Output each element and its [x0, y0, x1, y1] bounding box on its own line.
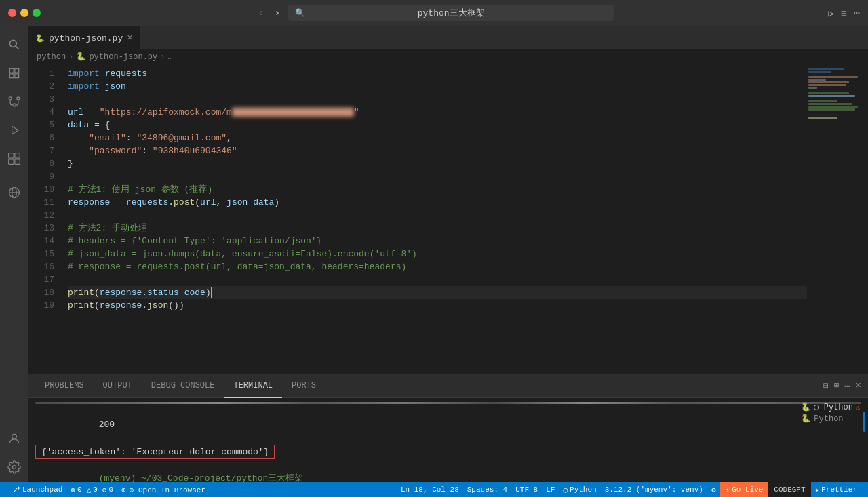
activity-icon-git[interactable]	[1, 88, 28, 115]
minimap	[807, 64, 868, 374]
warning-icon: △	[87, 485, 92, 494]
activity-icon-extensions[interactable]	[1, 145, 28, 172]
panel-split-icon[interactable]: ⊞	[834, 380, 839, 392]
code-line-10: # 方法1: 使用 json 参数 (推荐)	[68, 183, 807, 196]
panel-more-icon[interactable]: ⋯	[844, 380, 850, 392]
search-text: python三大框架	[418, 7, 485, 19]
maximize-button[interactable]	[33, 9, 41, 17]
status-language[interactable]: ◯ Python	[559, 482, 600, 497]
code-line-14: # headers = {'Content-Type': 'applicatio…	[68, 235, 807, 247]
status-line-ending[interactable]: LF	[542, 482, 559, 497]
status-right: Ln 18, Col 28 Spaces: 4 UTF-8 LF ◯ Pytho…	[397, 482, 861, 497]
svg-rect-4	[9, 74, 14, 78]
activity-bar	[0, 26, 28, 482]
terminal-output-status: 200	[35, 407, 861, 443]
panel-layout-icon[interactable]: ⊟	[823, 380, 829, 392]
settings-icon: ⚙	[711, 485, 716, 494]
back-arrow[interactable]: ‹	[255, 6, 266, 20]
title-bar-left	[8, 9, 41, 17]
forward-arrow[interactable]: ›	[272, 6, 283, 20]
error-count: 0	[77, 485, 82, 494]
open-browser-icon: ⊕	[121, 485, 126, 494]
source-control-icon: ⎇	[11, 485, 20, 495]
svg-line-1	[16, 46, 19, 49]
panel-tab-debug[interactable]: DEBUG CONSOLE	[142, 374, 224, 398]
code-line-1: import requests	[68, 67, 807, 80]
breadcrumb-file[interactable]: 🐍 python-json.py	[76, 52, 157, 62]
breadcrumb-symbol[interactable]: …	[167, 52, 172, 62]
code-line-2: import json	[68, 80, 807, 93]
code-line-19: print(response.json())	[68, 299, 807, 312]
code-line-11: response = requests.post(url, json=data)	[68, 196, 807, 209]
svg-rect-13	[15, 159, 20, 165]
svg-point-7	[17, 97, 20, 100]
more-actions[interactable]: ⋯	[853, 6, 860, 20]
activity-icon-account[interactable]	[1, 425, 28, 452]
breadcrumb-sep-1: ›	[68, 52, 73, 62]
minimize-button[interactable]	[20, 9, 28, 17]
split-editor[interactable]: ⊟	[841, 7, 846, 19]
line-numbers: 12345 678910 1112131415 16171819	[28, 64, 62, 374]
status-errors[interactable]: ⊗ 0 △ 0 ⊘ 0	[66, 482, 117, 497]
status-bar: ⎇ Launchpad ⊗ 0 △ 0 ⊘ 0 ⊕ ⊕ Open In Brow…	[0, 482, 868, 497]
close-button[interactable]	[8, 9, 16, 17]
activity-icon-settings[interactable]	[1, 454, 28, 481]
main-layout: 🐍 python-json.py × python › 🐍 python-jso…	[0, 26, 868, 482]
status-source-control[interactable]: ⎇ Launchpad	[7, 482, 66, 497]
activity-icon-debug[interactable]	[1, 117, 28, 144]
scrollbar-indicator	[863, 412, 865, 432]
terminal-color-bar	[35, 402, 861, 404]
svg-rect-2	[9, 68, 14, 73]
code-line-7: "password": "938h40u6904346"	[68, 144, 807, 157]
panel-tab-problems[interactable]: PROBLEMS	[35, 374, 94, 398]
status-encoding[interactable]: UTF-8	[511, 482, 542, 497]
status-prettier[interactable]: ✦ Prettier	[811, 482, 861, 497]
editor-area: 🐍 python-json.py × python › 🐍 python-jso…	[28, 26, 868, 482]
code-line-5: data = {	[68, 119, 807, 132]
activity-icon-remote[interactable]	[1, 179, 28, 206]
panel-content[interactable]: 🐍 ◯ Python ⚠ 🐍 Python 200	[28, 398, 868, 482]
activity-icon-search[interactable]	[1, 31, 28, 58]
code-lines[interactable]: import requests import json url = "https…	[62, 64, 807, 374]
search-bar[interactable]: 🔍 python三大框架	[288, 5, 614, 21]
activity-icon-explorer[interactable]	[1, 60, 28, 87]
panel-tab-terminal[interactable]: TERMINAL	[224, 374, 282, 398]
status-settings[interactable]: ⚙	[707, 482, 720, 497]
code-editor[interactable]: 12345 678910 1112131415 16171819 import …	[28, 64, 868, 374]
panel-close-icon[interactable]: ×	[856, 380, 861, 392]
status-position[interactable]: Ln 18, Col 28	[397, 482, 463, 497]
code-line-3	[68, 93, 807, 106]
code-line-18: print(response.status_code)	[68, 286, 807, 299]
panel-tab-ports[interactable]: PORTS	[282, 374, 326, 398]
traffic-lights	[8, 9, 41, 17]
svg-rect-10	[9, 153, 14, 159]
panel: PROBLEMS OUTPUT DEBUG CONSOLE TERMINAL P…	[28, 374, 868, 482]
panel-tab-output[interactable]: OUTPUT	[94, 374, 142, 398]
terminal-python-indicators: 🐍 ◯ Python ⚠ 🐍 Python	[801, 402, 860, 424]
svg-rect-11	[15, 153, 20, 159]
error-icon: ⊗	[71, 485, 75, 494]
status-open-in-browser[interactable]: ⊕ ⊕ Open In Browser	[117, 482, 210, 497]
tab-python-json[interactable]: 🐍 python-json.py ×	[28, 26, 140, 49]
status-go-live[interactable]: ⚡ Go Live	[720, 482, 769, 497]
status-python-version[interactable]: 3.12.2 ('myenv': venv)	[601, 482, 707, 497]
status-codegpt[interactable]: CODEGPT	[768, 482, 810, 497]
info-icon: ⊘	[102, 485, 107, 494]
run-button[interactable]: ▷	[828, 7, 833, 19]
status-spaces[interactable]: Spaces: 4	[463, 482, 511, 497]
language-icon: ◯	[563, 485, 568, 494]
svg-point-0	[9, 40, 16, 47]
breadcrumb-sep-2: ›	[160, 52, 165, 62]
terminal-path-line: (myenv) ~/03_Code-project/python三大框架	[35, 460, 861, 482]
code-line-13: # 方法2: 手动处理	[68, 222, 807, 235]
prettier-icon: ✦	[815, 485, 820, 494]
breadcrumb-root[interactable]: python	[37, 52, 66, 62]
code-line-16: # response = requests.post(url, data=jso…	[68, 260, 807, 273]
svg-point-8	[13, 104, 16, 106]
panel-tabs: PROBLEMS OUTPUT DEBUG CONSOLE TERMINAL P…	[28, 374, 868, 398]
terminal-output-boxed: {'access_token': 'Excepteur dolor commod…	[35, 443, 861, 459]
code-line-6: "email": "34896@gmail.com",	[68, 132, 807, 144]
search-icon: 🔍	[295, 8, 305, 18]
tab-close-button[interactable]: ×	[127, 33, 132, 43]
svg-point-17	[12, 434, 17, 439]
